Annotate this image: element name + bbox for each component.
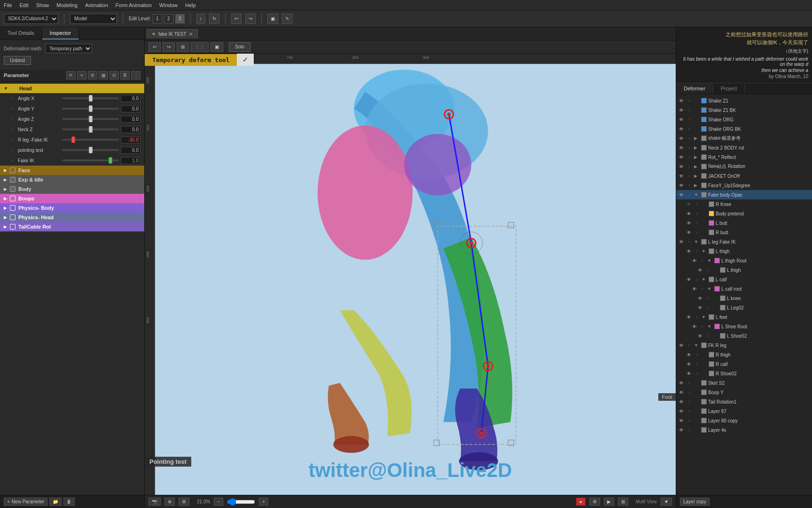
lock-icon[interactable]: ○ [705,304,711,311]
lock-icon[interactable]: ○ [694,361,700,367]
deform-tool-confirm[interactable]: ✓ [237,54,254,66]
param-value-angle-y[interactable] [121,105,141,112]
tab-tool-details[interactable]: Tool Details [0,27,42,40]
layer-item-jacket-onoff[interactable]: 👁 ○ ▶ JACKET OnOff [676,171,812,181]
param-tool-3[interactable]: ⊞ [88,71,97,79]
lock-icon[interactable]: ○ [699,257,706,264]
param-tool-1[interactable]: ⟳ [66,71,76,79]
lock-icon[interactable]: ○ [686,398,693,405]
eye-icon[interactable]: 👁 [686,276,692,283]
expand-icon[interactable]: ▶ [694,164,700,169]
menu-animation[interactable]: Animation [85,2,108,8]
layer-item-tail-rotation[interactable]: 👁 ○ Tail Rotation1 [676,397,812,406]
expand-icon[interactable]: ▶ [694,136,700,141]
eye-icon[interactable]: 👁 [697,304,703,311]
eye-icon[interactable]: 👁 [678,163,685,170]
lock-icon[interactable]: ○ [686,163,693,170]
param-value-angle-z[interactable] [121,116,141,123]
layer-item-l-leg02[interactable]: 👁 ○ L Leg02 [676,303,812,312]
param-group-physics-head[interactable]: ▶ Physics- Head [0,213,144,222]
eye-icon[interactable]: 👁 [678,398,685,405]
layer-item-r-butt[interactable]: 👁 ○ R butt [676,228,812,237]
menu-edit[interactable]: Edit [20,2,29,8]
layer-item-r-shoe02[interactable]: 👁 ○ R Shoe02 [676,369,812,378]
eye-icon[interactable]: 👁 [678,408,685,414]
timeline-expand[interactable]: ⊞ [618,498,628,506]
unbind-button[interactable]: Unbind [4,56,31,65]
eye-icon[interactable]: 👁 [686,370,692,377]
lock-icon[interactable]: ○ [686,135,693,142]
expand-icon[interactable]: ▶ [694,174,700,178]
menu-file[interactable]: File [4,2,12,8]
lock-icon[interactable]: ○ [694,314,700,320]
expand-icon[interactable]: ▼ [707,258,713,263]
sdk-version-combo[interactable]: SDK4.2/Cubism4.2 [4,14,58,24]
new-parameter-button[interactable]: + New Parameter [4,498,47,506]
canvas-tool-mesh[interactable]: ⋮⋮ [191,42,209,52]
lock-icon[interactable]: ○ [694,220,700,226]
param-value-r-leg[interactable] [121,136,141,143]
canvas-settings[interactable]: ⚙ [179,498,189,506]
param-list-view[interactable]: ≣ [120,71,130,79]
layer-item-shake-z1[interactable]: 👁 ○ Shake Z1 [676,96,812,105]
eye-icon[interactable]: 👁 [686,361,692,367]
zoom-slider[interactable] [227,498,255,506]
layer-item-net-rotation[interactable]: 👁 ○ ▶ Net▪結点 Rotation [676,162,812,171]
expand-icon[interactable]: ▼ [702,315,707,319]
lock-icon[interactable]: ○ [686,238,693,245]
lock-icon[interactable]: ○ [686,182,693,189]
right-tab-project[interactable]: Project [713,83,745,94]
lock-icon[interactable]: ○ [699,323,706,330]
canvas-zoom-fit[interactable]: ⊕ [164,498,175,506]
layer-copy-btn[interactable]: Layer copy [680,498,710,506]
eye-icon[interactable]: 👁 [678,191,685,198]
canvas-tab-fake-ik[interactable]: ★ fake IK TEST ✕ [147,29,198,39]
layer-item-r-calf[interactable]: 👁 ○ R calf [676,359,812,369]
eye-icon[interactable]: 👁 [678,380,685,386]
layer-item-l-knee[interactable]: 👁 ○ L knee [676,294,812,303]
expand-icon[interactable]: ▼ [702,277,707,282]
canvas-zoom-out[interactable]: − [214,498,223,506]
level-2-btn[interactable]: 2 [164,14,173,24]
menu-help[interactable]: Help [185,2,196,8]
layer-item-rot-reflect[interactable]: 👁 ○ ▶ Rot_* Reflect [676,152,812,162]
param-slider-angle-z[interactable] [62,118,119,120]
param-value-fake-ik[interactable] [121,157,141,164]
lock-icon[interactable]: ○ [686,342,693,349]
layer-item-l-butt[interactable]: 👁 ○ L butt [676,218,812,228]
lock-icon[interactable]: ○ [705,295,711,302]
layer-item-layer80-copy[interactable]: 👁 ○ Layer 80 copy [676,416,812,425]
eye-icon[interactable]: 👁 [678,154,685,160]
layer-item-neck2[interactable]: 👁 ○ ▶ Neck 2 BODY rot [676,143,812,152]
menu-modeling[interactable]: Modeling [56,2,78,8]
layer-item-shake-org-bk[interactable]: 👁 ○ Shake ORG BK [676,124,812,134]
param-tool-5[interactable]: ⊟ [109,71,119,79]
param-slider-angle-x[interactable] [62,97,119,99]
eye-icon[interactable]: 👁 [697,267,703,273]
param-tool-4[interactable]: ▦ [99,71,108,79]
transform-btn[interactable]: ↕ [196,14,205,24]
layer-item-fk-r-leg[interactable]: 👁 ○ ▼ FK R leg [676,341,812,350]
param-settings[interactable]: ⋮ [131,71,141,79]
lock-icon[interactable]: ○ [694,248,700,254]
expand-icon[interactable]: ▼ [694,239,700,244]
layer-item-l-thigh-inner[interactable]: 👁 ○ L thigh [676,265,812,275]
eye-icon[interactable]: 👁 [686,351,692,358]
eye-icon[interactable]: 👁 [678,417,685,424]
layer-item-r-thigh[interactable]: 👁 ○ R thigh [676,350,812,359]
lock-icon[interactable]: ○ [686,427,693,433]
layer-item-fake-body-opac[interactable]: 👁 ○ ▼ Fake body Opac [676,190,812,199]
lock-icon[interactable]: ○ [694,229,700,236]
menu-form-animation[interactable]: Form Animation [116,2,152,8]
deform-method-select[interactable]: Temporary path [45,44,92,53]
layer-item-facey[interactable]: 👁 ○ ▶ FaceY_Up15degree [676,181,812,190]
lock-icon[interactable]: ○ [694,276,700,283]
param-value-angle-x[interactable] [121,95,141,102]
eye-icon[interactable]: 👁 [678,107,685,113]
canvas-tool-undo[interactable]: ↩ [148,42,161,52]
param-group-boops[interactable]: ▶ Boops [0,194,144,203]
layer-item-shake-width[interactable]: 👁 ○ ▶ shake 幅度参考 [676,134,812,143]
rotate-btn[interactable]: ↻ [209,14,219,24]
lock-icon[interactable]: ○ [686,144,693,151]
expand-icon[interactable]: ▶ [694,145,700,150]
